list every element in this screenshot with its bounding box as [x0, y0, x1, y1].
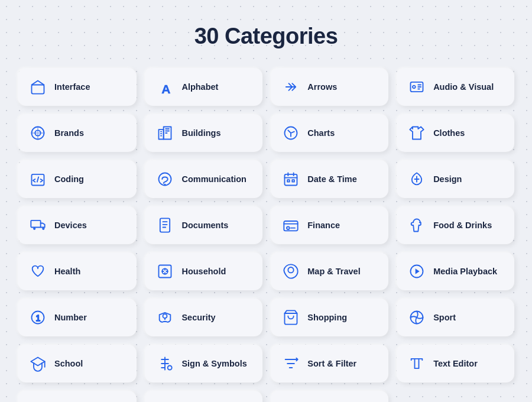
category-label-communication: Communication — [181, 174, 246, 184]
home-icon — [28, 77, 47, 96]
svg-point-31 — [168, 366, 172, 370]
category-card-date-time[interactable]: Date & Time — [271, 160, 388, 198]
health-icon — [28, 262, 47, 281]
category-card-arrows[interactable]: Arrows — [271, 68, 388, 106]
category-card-food-drinks[interactable]: Food & Drinks — [397, 206, 514, 244]
category-card-text-editor[interactable]: Text Editor — [397, 345, 514, 382]
svg-rect-0 — [32, 85, 44, 94]
clothes-icon — [407, 124, 426, 142]
media-icon — [407, 262, 426, 281]
alphabet-icon: A — [155, 77, 174, 96]
category-card-communication[interactable]: Communication — [145, 160, 262, 198]
category-card-coding[interactable]: Coding — [18, 160, 137, 198]
map-icon — [281, 262, 300, 281]
category-label-media-playback: Media Playback — [433, 267, 497, 276]
security-icon — [155, 308, 174, 327]
category-card-design[interactable]: Design — [397, 160, 514, 198]
page-title: 30 Categories — [194, 24, 338, 49]
category-label-shopping: Shopping — [307, 313, 347, 322]
documents-icon — [155, 216, 174, 235]
svg-marker-25 — [416, 268, 420, 274]
category-card-clothes[interactable]: Clothes — [397, 114, 514, 152]
category-label-text-editor: Text Editor — [433, 359, 478, 368]
category-card-sport[interactable]: Sport — [397, 299, 514, 336]
category-label-coding: Coding — [54, 174, 84, 184]
category-label-sort-filter: Sort & Filter — [307, 359, 356, 368]
svg-point-11 — [165, 184, 166, 185]
coding-icon — [28, 170, 47, 189]
svg-rect-13 — [287, 180, 290, 182]
svg-point-10 — [159, 173, 171, 186]
category-card-shopping[interactable]: Shopping — [271, 299, 388, 336]
category-label-alphabet: Alphabet — [181, 82, 218, 92]
category-card-alphabet[interactable]: AAlphabet — [145, 68, 262, 106]
svg-text:A: A — [162, 82, 171, 96]
brands-icon — [28, 124, 47, 142]
category-card-users[interactable]: Users — [145, 391, 262, 402]
sort-icon — [281, 354, 300, 373]
category-label-arrows: Arrows — [307, 82, 337, 92]
category-card-media-playback[interactable]: Media Playback — [397, 252, 514, 290]
category-label-food-drinks: Food & Drinks — [433, 221, 492, 230]
category-card-interface[interactable]: Interface — [18, 68, 137, 106]
school-icon — [28, 354, 47, 373]
devices-icon — [28, 216, 47, 235]
category-card-health[interactable]: Health — [18, 252, 137, 290]
svg-point-20 — [287, 226, 290, 229]
category-card-security[interactable]: Security — [145, 299, 262, 336]
category-card-school[interactable]: School — [18, 345, 137, 382]
svg-rect-18 — [160, 218, 170, 232]
svg-rect-12 — [285, 174, 297, 186]
svg-point-28 — [163, 314, 167, 318]
category-card-sign-symbols[interactable]: Sign & Symbols — [145, 345, 262, 382]
buildings-icon — [155, 124, 174, 142]
svg-rect-21 — [159, 265, 171, 278]
category-card-sort-filter[interactable]: Sort & Filter — [271, 345, 388, 382]
audio-icon — [407, 77, 426, 96]
category-card-finance[interactable]: Finance — [271, 206, 388, 244]
household-icon — [155, 262, 174, 281]
category-label-interface: Interface — [54, 82, 90, 92]
category-card-number[interactable]: 1Number — [18, 299, 137, 336]
category-label-design: Design — [433, 174, 462, 184]
category-card-devices[interactable]: Devices — [18, 206, 137, 244]
category-label-clothes: Clothes — [433, 128, 465, 138]
communication-icon — [155, 170, 174, 189]
category-card-buildings[interactable]: Buildings — [145, 114, 262, 152]
category-label-finance: Finance — [307, 221, 340, 230]
charts-icon — [281, 124, 300, 142]
category-card-weather-nature[interactable]: Weather & Nature — [18, 391, 137, 402]
category-label-audio-visual: Audio & Visual — [433, 82, 494, 92]
category-label-household: Household — [181, 267, 226, 276]
category-card-vehicles[interactable]: Vehicles — [271, 391, 388, 402]
category-label-number: Number — [54, 313, 87, 322]
category-label-security: Security — [181, 313, 215, 322]
text-icon — [407, 354, 426, 373]
category-label-map-travel: Map & Travel — [307, 267, 360, 276]
sport-icon — [407, 308, 426, 327]
category-label-devices: Devices — [54, 221, 87, 230]
svg-point-3 — [413, 86, 416, 89]
category-label-buildings: Buildings — [181, 128, 220, 138]
category-card-audio-visual[interactable]: Audio & Visual — [397, 68, 514, 106]
svg-point-23 — [288, 267, 294, 273]
signs-icon — [155, 354, 174, 373]
shopping-icon — [281, 308, 300, 327]
design-icon — [407, 170, 426, 189]
svg-point-16 — [34, 228, 35, 229]
category-card-charts[interactable]: Charts — [271, 114, 388, 152]
category-label-date-time: Date & Time — [307, 174, 357, 184]
category-card-map-travel[interactable]: Map & Travel — [271, 252, 388, 290]
arrows-icon — [281, 77, 300, 96]
category-label-documents: Documents — [181, 221, 228, 230]
category-label-charts: Charts — [307, 128, 335, 138]
svg-rect-15 — [31, 221, 40, 228]
category-card-brands[interactable]: Brands — [18, 114, 137, 152]
number-icon: 1 — [28, 308, 47, 327]
svg-point-17 — [43, 228, 44, 229]
calendar-icon — [281, 170, 300, 189]
category-card-documents[interactable]: Documents — [145, 206, 262, 244]
categories-grid: InterfaceAAlphabetArrowsAudio & VisualBr… — [18, 68, 514, 402]
svg-rect-6 — [159, 129, 164, 139]
category-card-household[interactable]: Household — [145, 252, 262, 290]
